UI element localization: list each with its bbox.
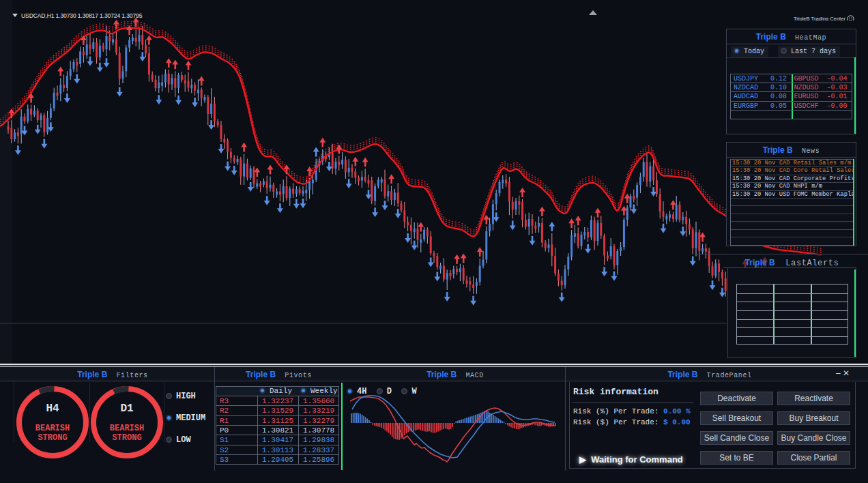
svg-text:D1: D1 [120,402,133,415]
svg-text:STRONG: STRONG [112,433,141,443]
svg-text:BEARISH: BEARISH [35,424,70,433]
svg-text:STRONG: STRONG [38,433,67,443]
svg-text:USDCAD,H1 1.30730 1.30817 1.3: USDCAD,H1 1.30730 1.30817 1.30724 1.3079… [21,12,143,19]
svg-text:TripleB Trading Center: TripleB Trading Center [794,16,846,20]
svg-text:BEARISH: BEARISH [110,424,144,433]
svg-text:H4: H4 [46,402,59,415]
